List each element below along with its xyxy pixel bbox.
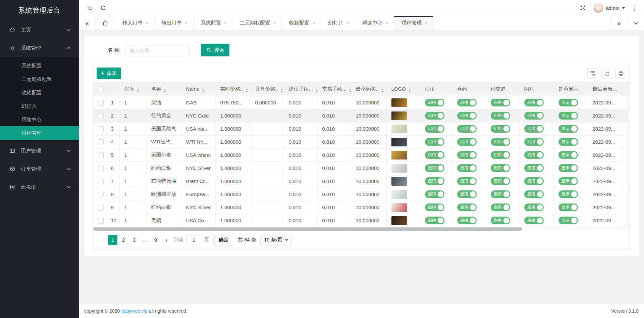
tab[interactable]: 二元期权配置 × [232, 16, 282, 30]
easyweb-link[interactable]: easyweb.vip [121, 308, 147, 314]
search-input[interactable] [125, 44, 189, 56]
tab[interactable]: 帮助中心 × [355, 16, 394, 30]
second-trade-toggle[interactable]: 启用 [491, 164, 510, 172]
row-checkbox[interactable] [98, 113, 104, 119]
flash-swap-toggle[interactable]: 启用 [524, 164, 544, 172]
visible-toggle[interactable]: 显示 [558, 164, 578, 172]
second-trade-toggle[interactable]: 启用 [491, 177, 510, 185]
sidebar-item-system[interactable]: 系统管理 [0, 39, 79, 57]
row-checkbox[interactable] [98, 179, 104, 184]
fiat-toggle[interactable]: 启用 [425, 125, 444, 133]
col-withdraw-fee[interactable]: 提币手续... [284, 83, 317, 96]
fiat-toggle[interactable]: 启用 [425, 203, 444, 211]
flash-swap-toggle[interactable]: 启用 [524, 125, 544, 133]
col-open[interactable]: 开盘价格.. [250, 83, 284, 96]
fiat-toggle[interactable]: 启用 [425, 138, 444, 146]
tab[interactable]: 币种管理 × [394, 16, 433, 30]
col-trade-fee[interactable]: 交易手续... [317, 83, 351, 96]
select-all-checkbox[interactable] [98, 87, 104, 92]
tab-close-icon[interactable]: × [425, 20, 428, 26]
sidebar-item-users[interactable]: 用户管理 [0, 142, 79, 160]
fiat-toggle[interactable]: 启用 [425, 217, 444, 224]
flash-swap-toggle[interactable]: 启用 [524, 217, 544, 224]
row-checkbox[interactable] [98, 218, 104, 224]
tab-close-icon[interactable]: × [273, 20, 276, 26]
tab-close-icon[interactable]: × [224, 20, 227, 26]
tab[interactable]: 幻灯片 × [321, 16, 355, 30]
tab-home[interactable] [96, 16, 115, 30]
contract-toggle[interactable]: 启用 [457, 112, 477, 120]
contract-toggle[interactable]: 启用 [457, 217, 477, 224]
tab-close-icon[interactable]: × [346, 20, 350, 26]
print-button[interactable] [615, 68, 626, 79]
filter-columns-button[interactable] [587, 68, 598, 79]
tab[interactable]: 系统配置 × [194, 16, 233, 30]
page-number[interactable]: 3 [129, 235, 139, 245]
fiat-toggle[interactable]: 启用 [425, 177, 444, 185]
add-button[interactable]: + 添加 [97, 67, 121, 79]
edit-button[interactable]: 修改 [628, 150, 630, 160]
flash-swap-toggle[interactable]: 启用 [524, 203, 544, 211]
edit-button[interactable]: 修改 [628, 163, 630, 173]
edit-button[interactable]: 修改 [628, 216, 630, 226]
tab-close-icon[interactable]: × [386, 20, 389, 26]
fiat-toggle[interactable]: 启用 [425, 112, 444, 120]
page-number[interactable]: ... [140, 235, 150, 245]
fiat-toggle[interactable]: 启用 [425, 164, 444, 172]
sidebar-subitem[interactable]: 帮助中心 [0, 113, 79, 126]
user-menu[interactable]: admin [591, 3, 627, 13]
visible-toggle[interactable]: 显示 [558, 177, 578, 185]
second-trade-toggle[interactable]: 启用 [491, 125, 510, 133]
row-checkbox[interactable] [98, 166, 104, 171]
contract-toggle[interactable]: 启用 [457, 125, 477, 133]
contract-toggle[interactable]: 启用 [457, 99, 477, 106]
col-sort[interactable]: 排序 [119, 83, 146, 96]
visible-toggle[interactable]: 显示 [558, 190, 578, 198]
contract-toggle[interactable]: 启用 [457, 190, 477, 198]
visible-toggle[interactable]: 显示 [558, 138, 578, 146]
export-button[interactable] [601, 68, 612, 79]
second-trade-toggle[interactable]: 启用 [491, 138, 510, 146]
page-number[interactable]: 1 [108, 235, 117, 245]
flash-swap-toggle[interactable]: 启用 [524, 112, 544, 120]
edit-button[interactable]: 修改 [628, 189, 630, 199]
visible-toggle[interactable]: 显示 [558, 112, 578, 120]
col-name-en[interactable]: Name [181, 83, 215, 96]
tab[interactable]: 转入订单 × [115, 16, 154, 30]
tabs-forward-button[interactable]: » [610, 16, 627, 30]
fiat-toggle[interactable]: 启用 [425, 190, 444, 198]
col-logo[interactable]: LOGO [386, 83, 420, 96]
fiat-toggle[interactable]: 启用 [425, 151, 444, 159]
col-min-buy[interactable]: 最小购买.. [351, 83, 386, 96]
scrollbar-thumb[interactable] [93, 227, 522, 231]
second-trade-toggle[interactable]: 启用 [491, 112, 510, 120]
row-checkbox[interactable] [98, 139, 104, 145]
edit-button[interactable]: 修改 [628, 137, 630, 147]
prev-page-button[interactable]: ‹ [97, 235, 107, 245]
second-trade-toggle[interactable]: 启用 [491, 151, 510, 159]
confirm-page-button[interactable]: 确定 [214, 235, 233, 245]
page-size-select[interactable]: 10 条/页 [260, 235, 291, 245]
sidebar-subitem[interactable]: 二元期权配置 [0, 73, 79, 86]
sidebar-subitem[interactable]: 收款配置 [0, 86, 79, 99]
flash-swap-toggle[interactable]: 启用 [524, 151, 544, 159]
tab[interactable]: 收款配置 × [282, 16, 321, 30]
row-checkbox[interactable] [98, 126, 104, 132]
visible-toggle[interactable]: 显示 [558, 125, 578, 133]
row-checkbox[interactable] [98, 205, 104, 211]
row-checkbox[interactable] [98, 100, 104, 106]
sidebar-subitem[interactable]: 幻灯片 [0, 99, 79, 113]
goto-page-input[interactable] [186, 235, 201, 245]
col-price[interactable]: 实时价格.. [215, 83, 250, 96]
second-trade-toggle[interactable]: 启用 [491, 190, 510, 198]
contract-toggle[interactable]: 启用 [457, 138, 477, 146]
collapse-sidebar-button[interactable] [83, 1, 96, 15]
search-button[interactable]: 搜索 [201, 44, 229, 56]
sidebar-item-home[interactable]: 主页 [0, 21, 79, 39]
page-number[interactable]: 9 [151, 235, 160, 245]
sidebar-subitem[interactable]: 币种管理 [0, 126, 79, 140]
tab[interactable]: 转出订单 × [154, 16, 194, 30]
visible-toggle[interactable]: 显示 [558, 99, 578, 106]
tab-close-icon[interactable]: × [185, 20, 188, 26]
sidebar-item-orders[interactable]: 订单管理 [0, 160, 79, 178]
